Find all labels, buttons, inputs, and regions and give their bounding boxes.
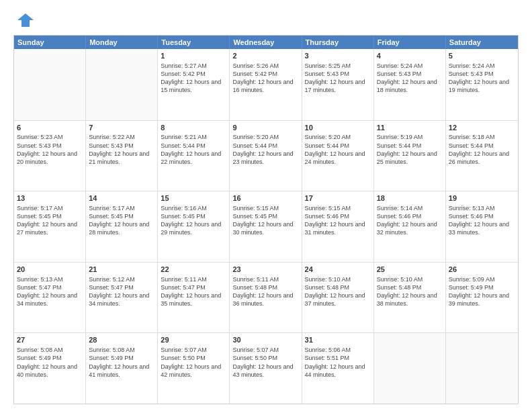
day-number: 8 (161, 123, 226, 133)
header (13, 11, 519, 30)
cell-info: Sunrise: 5:11 AM Sunset: 5:47 PM Dayligh… (161, 275, 226, 308)
cell-info: Sunrise: 5:12 AM Sunset: 5:47 PM Dayligh… (89, 275, 154, 308)
day-number: 19 (449, 193, 515, 203)
cell-info: Sunrise: 5:07 AM Sunset: 5:50 PM Dayligh… (161, 346, 226, 379)
calendar-cell: 9Sunrise: 5:20 AM Sunset: 5:44 PM Daylig… (230, 121, 302, 191)
calendar-cell: 29Sunrise: 5:07 AM Sunset: 5:50 PM Dayli… (158, 333, 230, 404)
calendar-cell: 19Sunrise: 5:13 AM Sunset: 5:46 PM Dayli… (446, 191, 518, 262)
cell-info: Sunrise: 5:21 AM Sunset: 5:44 PM Dayligh… (161, 133, 226, 166)
day-number: 9 (232, 123, 298, 133)
day-number: 23 (232, 265, 298, 275)
calendar-cell: 21Sunrise: 5:12 AM Sunset: 5:47 PM Dayli… (86, 263, 158, 333)
day-number: 6 (17, 123, 83, 133)
calendar-cell: 13Sunrise: 5:17 AM Sunset: 5:45 PM Dayli… (14, 191, 86, 262)
cell-info: Sunrise: 5:10 AM Sunset: 5:48 PM Dayligh… (377, 275, 443, 308)
calendar-cell: 20Sunrise: 5:13 AM Sunset: 5:47 PM Dayli… (14, 263, 86, 333)
cell-info: Sunrise: 5:09 AM Sunset: 5:49 PM Dayligh… (449, 275, 515, 308)
cell-info: Sunrise: 5:08 AM Sunset: 5:49 PM Dayligh… (89, 346, 154, 379)
cell-info: Sunrise: 5:25 AM Sunset: 5:43 PM Dayligh… (305, 62, 371, 95)
cell-info: Sunrise: 5:13 AM Sunset: 5:46 PM Dayligh… (449, 204, 515, 237)
calendar-cell: 2Sunrise: 5:26 AM Sunset: 5:42 PM Daylig… (230, 49, 302, 120)
page: SundayMondayTuesdayWednesdayThursdayFrid… (0, 0, 532, 411)
day-number: 17 (305, 193, 371, 203)
day-number: 26 (449, 265, 515, 275)
day-number: 20 (17, 265, 83, 275)
cell-info: Sunrise: 5:15 AM Sunset: 5:45 PM Dayligh… (232, 204, 298, 237)
cell-info: Sunrise: 5:13 AM Sunset: 5:47 PM Dayligh… (17, 275, 83, 308)
calendar-cell: 4Sunrise: 5:24 AM Sunset: 5:43 PM Daylig… (374, 49, 446, 120)
day-number: 27 (17, 335, 83, 345)
calendar-week-1: 6Sunrise: 5:23 AM Sunset: 5:43 PM Daylig… (14, 120, 518, 191)
calendar-cell (86, 49, 158, 120)
cell-info: Sunrise: 5:27 AM Sunset: 5:42 PM Dayligh… (161, 62, 226, 95)
day-number: 31 (305, 335, 371, 345)
calendar-cell: 1Sunrise: 5:27 AM Sunset: 5:42 PM Daylig… (158, 49, 230, 120)
calendar-cell: 25Sunrise: 5:10 AM Sunset: 5:48 PM Dayli… (374, 263, 446, 333)
day-number: 21 (89, 265, 154, 275)
header-day-sunday: Sunday (14, 36, 86, 49)
day-number: 13 (17, 193, 83, 203)
header-day-saturday: Saturday (446, 36, 518, 49)
day-number: 18 (377, 193, 443, 203)
calendar-cell: 31Sunrise: 5:06 AM Sunset: 5:51 PM Dayli… (302, 333, 374, 404)
calendar-cell: 15Sunrise: 5:16 AM Sunset: 5:45 PM Dayli… (158, 191, 230, 262)
calendar-cell: 10Sunrise: 5:20 AM Sunset: 5:44 PM Dayli… (302, 121, 374, 191)
day-number: 14 (89, 193, 154, 203)
calendar-cell: 16Sunrise: 5:15 AM Sunset: 5:45 PM Dayli… (230, 191, 302, 262)
calendar-cell (14, 49, 86, 120)
day-number: 11 (377, 123, 443, 133)
day-number: 5 (449, 51, 515, 61)
day-number: 15 (161, 193, 226, 203)
cell-info: Sunrise: 5:16 AM Sunset: 5:45 PM Dayligh… (161, 204, 226, 237)
cell-info: Sunrise: 5:11 AM Sunset: 5:48 PM Dayligh… (232, 275, 298, 308)
cell-info: Sunrise: 5:08 AM Sunset: 5:49 PM Dayligh… (17, 346, 83, 379)
calendar-cell: 22Sunrise: 5:11 AM Sunset: 5:47 PM Dayli… (158, 263, 230, 333)
calendar-cell: 11Sunrise: 5:19 AM Sunset: 5:44 PM Dayli… (374, 121, 446, 191)
calendar-cell: 17Sunrise: 5:15 AM Sunset: 5:46 PM Dayli… (302, 191, 374, 262)
header-day-tuesday: Tuesday (158, 36, 230, 49)
header-day-wednesday: Wednesday (230, 36, 302, 49)
calendar-cell (374, 333, 446, 404)
calendar-cell: 3Sunrise: 5:25 AM Sunset: 5:43 PM Daylig… (302, 49, 374, 120)
calendar-week-3: 20Sunrise: 5:13 AM Sunset: 5:47 PM Dayli… (14, 262, 518, 333)
calendar-cell: 12Sunrise: 5:18 AM Sunset: 5:44 PM Dayli… (446, 121, 518, 191)
cell-info: Sunrise: 5:19 AM Sunset: 5:44 PM Dayligh… (377, 133, 443, 166)
day-number: 1 (161, 51, 226, 61)
calendar-cell: 6Sunrise: 5:23 AM Sunset: 5:43 PM Daylig… (14, 121, 86, 191)
calendar-week-0: 1Sunrise: 5:27 AM Sunset: 5:42 PM Daylig… (14, 49, 518, 120)
calendar-cell: 30Sunrise: 5:07 AM Sunset: 5:50 PM Dayli… (230, 333, 302, 404)
cell-info: Sunrise: 5:24 AM Sunset: 5:43 PM Dayligh… (449, 62, 515, 95)
day-number: 24 (305, 265, 371, 275)
calendar-cell: 26Sunrise: 5:09 AM Sunset: 5:49 PM Dayli… (446, 263, 518, 333)
cell-info: Sunrise: 5:20 AM Sunset: 5:44 PM Dayligh… (305, 133, 371, 166)
calendar-cell: 23Sunrise: 5:11 AM Sunset: 5:48 PM Dayli… (230, 263, 302, 333)
logo-icon (16, 11, 35, 30)
cell-info: Sunrise: 5:20 AM Sunset: 5:44 PM Dayligh… (232, 133, 298, 166)
cell-info: Sunrise: 5:17 AM Sunset: 5:45 PM Dayligh… (89, 204, 154, 237)
day-number: 3 (305, 51, 371, 61)
header-day-thursday: Thursday (302, 36, 374, 49)
calendar: SundayMondayTuesdayWednesdayThursdayFrid… (13, 35, 519, 404)
day-number: 10 (305, 123, 371, 133)
calendar-week-4: 27Sunrise: 5:08 AM Sunset: 5:49 PM Dayli… (14, 332, 518, 404)
day-number: 12 (449, 123, 515, 133)
svg-marker-0 (17, 13, 34, 27)
cell-info: Sunrise: 5:23 AM Sunset: 5:43 PM Dayligh… (17, 133, 83, 166)
header-day-friday: Friday (374, 36, 446, 49)
cell-info: Sunrise: 5:14 AM Sunset: 5:46 PM Dayligh… (377, 204, 443, 237)
day-number: 7 (89, 123, 154, 133)
day-number: 29 (161, 335, 226, 345)
calendar-cell: 24Sunrise: 5:10 AM Sunset: 5:48 PM Dayli… (302, 263, 374, 333)
day-number: 16 (232, 193, 298, 203)
day-number: 28 (89, 335, 154, 345)
day-number: 25 (377, 265, 443, 275)
header-day-monday: Monday (86, 36, 158, 49)
cell-info: Sunrise: 5:22 AM Sunset: 5:43 PM Dayligh… (89, 133, 154, 166)
calendar-cell: 18Sunrise: 5:14 AM Sunset: 5:46 PM Dayli… (374, 191, 446, 262)
calendar-cell: 8Sunrise: 5:21 AM Sunset: 5:44 PM Daylig… (158, 121, 230, 191)
logo (13, 11, 35, 30)
day-number: 2 (232, 51, 298, 61)
calendar-cell: 14Sunrise: 5:17 AM Sunset: 5:45 PM Dayli… (86, 191, 158, 262)
day-number: 22 (161, 265, 226, 275)
cell-info: Sunrise: 5:26 AM Sunset: 5:42 PM Dayligh… (232, 62, 298, 95)
